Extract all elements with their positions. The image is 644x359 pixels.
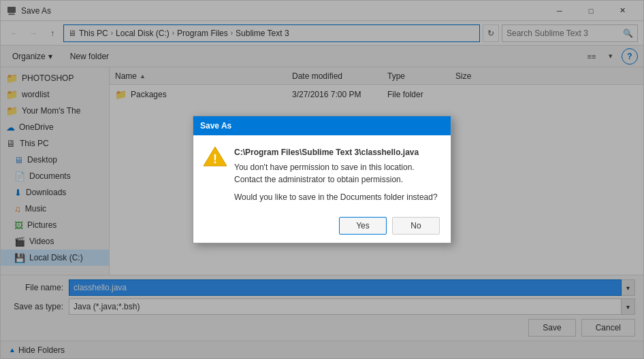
main-window: Save As ─ □ ✕ ← → ↑ 🖥 This PC › Local Di… — [0, 0, 644, 359]
dialog-title: Save As — [200, 121, 231, 131]
svg-text:!: ! — [213, 152, 217, 166]
dialog-title-bar: Save As — [193, 116, 451, 135]
dialog-path: C:\Program Files\Sublime Text 3\classhel… — [234, 146, 440, 158]
dialog-text: C:\Program Files\Sublime Text 3\classhel… — [234, 146, 440, 203]
dialog-no-button[interactable]: No — [392, 217, 440, 235]
dialog-message1: You don't have permission to save in thi… — [234, 161, 440, 173]
dialog-question: Would you like to save in the Documents … — [234, 191, 440, 203]
dialog-yes-button[interactable]: Yes — [339, 217, 387, 235]
dialog-buttons: Yes No — [193, 211, 451, 243]
save-as-dialog: Save As ! C:\Program Files\Sublime Text … — [193, 116, 451, 243]
dialog-overlay: Save As ! C:\Program Files\Sublime Text … — [1, 1, 643, 358]
dialog-message2: Contact the administrator to obtain perm… — [234, 173, 440, 186]
dialog-content: ! C:\Program Files\Sublime Text 3\classh… — [193, 135, 451, 211]
warning-icon: ! — [204, 146, 226, 168]
